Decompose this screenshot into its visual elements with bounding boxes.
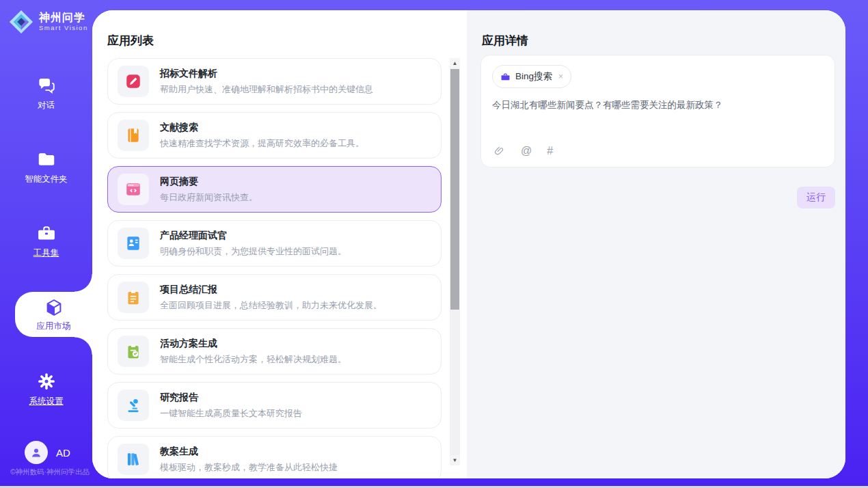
books-icon xyxy=(124,450,142,468)
app-card-pm-interviewer[interactable]: 产品经理面试官 明确身份和职责，为您提供专业性的面试问题。 xyxy=(107,220,442,267)
app-detail-title: 应用详情 xyxy=(482,33,528,49)
app-card-title: 网页摘要 xyxy=(160,176,258,188)
copyright-text: ©神州数码·神州问学出品 xyxy=(5,467,94,477)
paperclip-icon[interactable] xyxy=(493,145,506,157)
briefcase-icon xyxy=(500,72,511,82)
app-card-desc: 明确身份和职责，为您提供专业性的面试问题。 xyxy=(160,245,347,258)
app-card-desc: 帮助用户快速、准确地理解和解析招标书中的关键信息 xyxy=(160,83,373,96)
clipboard-icon xyxy=(124,288,142,306)
sidebar-item-label: 智能文件夹 xyxy=(25,174,68,185)
cube-icon xyxy=(44,297,64,318)
app-card-desc: 快速精准查找学术资源，提高研究效率的必备工具。 xyxy=(160,137,364,150)
sidebar-item-label: 应用市场 xyxy=(37,321,71,332)
sidebar-item-chat[interactable]: 对话 xyxy=(0,75,92,111)
app-card-title: 产品经理面试官 xyxy=(160,230,347,242)
scrollbar-up-button[interactable]: ▲ xyxy=(450,58,460,68)
sidebar-item-label: 工具集 xyxy=(33,247,59,259)
scrollbar-thumb[interactable] xyxy=(450,69,459,310)
microscope-icon xyxy=(124,396,142,414)
app-card-project-summary[interactable]: 项目总结汇报 全面回顾项目进展，总结经验教训，助力未来优化发展。 xyxy=(107,274,442,321)
brand-tagline: Smart Vision xyxy=(39,25,88,31)
toolbox-icon xyxy=(36,223,57,243)
app-card-desc: 智能生成个性化活动方案，轻松解决规划难题。 xyxy=(160,353,347,366)
app-cards: 招标文件解析 帮助用户快速、准确地理解和解析招标书中的关键信息 文献搜索 xyxy=(107,58,442,478)
sidebar-item-label: 对话 xyxy=(38,100,55,111)
tool-chip-bing-search[interactable]: Bing搜索 × xyxy=(492,65,571,88)
folder-icon xyxy=(36,149,57,170)
app-card-lesson-plan[interactable]: 教案生成 模板驱动，教案秒成，教学准备从此轻松快捷 xyxy=(107,436,442,478)
avatar xyxy=(25,441,48,464)
brand-logo: 神州问学 Smart Vision xyxy=(8,9,88,35)
scrollbar: ▲ ▼ xyxy=(450,58,460,465)
user-name: AD xyxy=(56,447,70,459)
sidebar-item-toolset[interactable]: 工具集 xyxy=(0,223,92,259)
gear-icon xyxy=(36,371,57,392)
run-button[interactable]: 运行 xyxy=(797,187,835,208)
app-list-panel: 应用列表 招标文件解析 帮助用户快速、准确地理解和解析招标书中的关键信息 xyxy=(92,10,467,478)
app-card-bid-parsing[interactable]: 招标文件解析 帮助用户快速、准确地理解和解析招标书中的关键信息 xyxy=(107,58,442,105)
app-card-desc: 模板驱动，教案秒成，教学准备从此轻松快捷 xyxy=(160,461,338,474)
app-list-title: 应用列表 xyxy=(107,33,154,49)
scrollbar-down-button[interactable]: ▼ xyxy=(450,455,460,465)
app-card-web-summary[interactable]: 网页摘要 每日政府新闻资讯快查。 xyxy=(107,166,442,213)
app-card-title: 活动方案生成 xyxy=(160,338,347,350)
app-card-desc: 全面回顾项目进展，总结经验教训，助力未来优化发展。 xyxy=(160,299,382,312)
book-icon xyxy=(124,126,142,144)
user-account[interactable]: AD xyxy=(25,441,70,464)
chip-close-icon[interactable]: × xyxy=(558,72,563,81)
diamond-logo-icon xyxy=(8,9,34,35)
app-card-research-report[interactable]: 研究报告 一键智能生成高质量长文本研究报告 xyxy=(107,382,442,429)
app-card-title: 招标文件解析 xyxy=(160,68,373,80)
prompt-text[interactable]: 今日湖北有哪些新闻要点？有哪些需要关注的最新政策？ xyxy=(492,99,824,111)
app-root: 神州问学 Smart Vision 对话 智能文件夹 工具集 xyxy=(0,0,868,488)
mention-icon[interactable]: @ xyxy=(521,145,532,157)
app-card-desc: 一键智能生成高质量长文本研究报告 xyxy=(160,407,302,420)
prompt-card: Bing搜索 × 今日湖北有哪些新闻要点？有哪些需要关注的最新政策？ @ # xyxy=(480,55,835,167)
app-card-event-plan[interactable]: 活动方案生成 智能生成个性化活动方案，轻松解决规划难题。 xyxy=(107,328,442,375)
brand-name: 神州问学 xyxy=(39,12,88,24)
person-icon xyxy=(29,446,43,459)
sidebar-item-settings[interactable]: 系统设置 xyxy=(0,371,92,407)
app-card-desc: 每日政府新闻资讯快查。 xyxy=(160,191,258,204)
app-card-title: 文献搜索 xyxy=(160,122,364,134)
sidebar-item-smart-folder[interactable]: 智能文件夹 xyxy=(0,149,92,185)
app-detail-panel: 应用详情 Bing搜索 × 今日湖北有哪些新闻要点？有哪些需要关注的最新政策？ … xyxy=(467,10,845,478)
attachment-toolbar: @ # xyxy=(493,145,553,157)
chip-label: Bing搜索 xyxy=(515,70,552,83)
interviewer-icon xyxy=(124,234,142,252)
app-card-title: 教案生成 xyxy=(160,446,338,458)
app-card-title: 项目总结汇报 xyxy=(160,284,382,296)
app-card-title: 研究报告 xyxy=(160,392,302,404)
sidebar-item-label: 系统设置 xyxy=(29,396,64,407)
webpage-icon xyxy=(124,180,142,198)
sidebar-item-app-market[interactable]: 应用市场 xyxy=(15,292,92,337)
app-card-literature-search[interactable]: 文献搜索 快速精准查找学术资源，提高研究效率的必备工具。 xyxy=(107,112,442,159)
hashtag-icon[interactable]: # xyxy=(547,145,553,157)
chat-icon xyxy=(36,75,57,96)
sidebar: 神州问学 Smart Vision 对话 智能文件夹 工具集 xyxy=(0,0,92,488)
bid-document-icon xyxy=(124,72,142,90)
clipboard-check-icon xyxy=(124,342,142,360)
main-content: 应用列表 招标文件解析 帮助用户快速、准确地理解和解析招标书中的关键信息 xyxy=(92,10,845,478)
